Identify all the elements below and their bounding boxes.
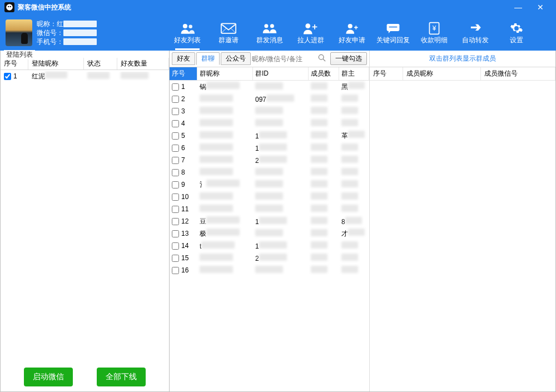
redacted — [63, 29, 97, 36]
col-seq[interactable]: 序号 — [1, 58, 28, 70]
col-members[interactable]: 成员数 — [309, 67, 339, 80]
row-checkbox[interactable] — [172, 181, 179, 188]
friend-request-icon — [334, 21, 370, 36]
svg-point-8 — [305, 23, 310, 28]
row-checkbox[interactable] — [172, 267, 179, 274]
col-owner[interactable]: 群主 — [339, 67, 369, 80]
row-checkbox[interactable] — [172, 218, 179, 225]
group-row[interactable]: 72 — [170, 154, 369, 166]
row-checkbox[interactable] — [172, 83, 179, 91]
nav-group-invite[interactable]: 群邀请 — [211, 19, 246, 46]
group-list-panel: 好友 群聊 公众号 一键勾选 序号 群昵称 群ID 成员数 群主 1锅黑2097… — [170, 51, 370, 391]
redacted — [259, 254, 287, 261]
col-member-wx[interactable]: 成员微信号 — [481, 67, 555, 80]
redacted — [200, 143, 233, 151]
redacted — [311, 217, 327, 224]
nav-add-to-group[interactable]: 拉人进群 — [293, 19, 329, 46]
group-row[interactable]: 11 — [170, 203, 369, 215]
search-input[interactable] — [252, 55, 315, 63]
group-row[interactable]: 9氵 — [170, 178, 369, 191]
check-all-button[interactable]: 一键勾选 — [330, 52, 367, 65]
group-row[interactable]: 2097 — [170, 93, 369, 105]
search-icon[interactable] — [318, 54, 326, 63]
minimize-button[interactable]: — — [507, 3, 529, 12]
broadcast-icon — [252, 21, 287, 36]
redacted — [206, 180, 240, 187]
group-row[interactable]: 1锅黑 — [170, 81, 369, 93]
col-group-name[interactable]: 群昵称 — [197, 67, 253, 80]
row-checkbox[interactable] — [4, 73, 11, 80]
row-seq: 1 — [181, 83, 185, 91]
row-checkbox[interactable] — [172, 132, 179, 140]
group-row[interactable]: 12豆18 — [170, 215, 369, 227]
redacted — [341, 156, 358, 163]
tab-groups[interactable]: 群聊 — [196, 52, 220, 65]
nav-payment-details[interactable]: ¥ 收款明细 — [416, 19, 452, 46]
nickname-label: 昵称： — [37, 19, 57, 28]
group-topbar: 好友 群聊 公众号 一键勾选 — [170, 51, 369, 67]
row-checkbox[interactable] — [172, 193, 179, 201]
group-row[interactable]: 8 — [170, 166, 369, 178]
nav-label: 好友申请 — [334, 36, 370, 45]
redacted — [311, 82, 327, 90]
nav-label: 关键词回复 — [375, 36, 411, 45]
content-panel: 好友 群聊 公众号 一键勾选 序号 群昵称 群ID 成员数 群主 1锅黑2097… — [170, 51, 556, 392]
phone-label: 手机号： — [37, 37, 63, 46]
row-checkbox[interactable] — [172, 169, 179, 176]
row-checkbox[interactable] — [172, 206, 179, 213]
group-row[interactable]: 61 — [170, 142, 369, 154]
row-checkbox[interactable] — [172, 120, 179, 127]
redacted — [341, 180, 358, 187]
svg-rect-11 — [389, 27, 398, 28]
group-row[interactable]: 51革 — [170, 130, 369, 142]
group-row[interactable]: 13极才 — [170, 227, 369, 240]
row-checkbox[interactable] — [172, 108, 179, 115]
row-seq: 14 — [181, 242, 188, 250]
tab-official[interactable]: 公众号 — [221, 52, 251, 65]
nav-friends-list[interactable]: 好友列表 — [170, 19, 205, 46]
nav-friend-request[interactable]: 好友申请 — [334, 19, 370, 46]
row-checkbox[interactable] — [172, 242, 179, 250]
row-checkbox[interactable] — [172, 145, 179, 152]
redacted — [348, 82, 365, 89]
row-checkbox[interactable] — [172, 230, 179, 237]
redacted — [200, 254, 233, 261]
col-seq[interactable]: 序号 — [170, 67, 197, 80]
nav-settings[interactable]: 设置 — [499, 19, 534, 46]
login-row[interactable]: 1 红泥 — [1, 70, 169, 82]
group-row[interactable]: 16 — [170, 264, 369, 276]
row-checkbox[interactable] — [172, 157, 179, 164]
nav-keyword-reply[interactable]: 关键词回复 — [375, 19, 411, 46]
group-row[interactable]: 4 — [170, 117, 369, 130]
group-table-header: 序号 群昵称 群ID 成员数 群主 — [170, 67, 369, 81]
col-friends[interactable]: 好友数量 — [117, 58, 169, 70]
nav-auto-forward[interactable]: 自动转发 — [458, 19, 493, 46]
group-row[interactable]: 10 — [170, 191, 369, 203]
start-wechat-button[interactable]: 启动微信 — [24, 368, 73, 386]
col-group-id[interactable]: 群ID — [253, 67, 309, 80]
redacted — [200, 192, 233, 200]
redacted — [255, 205, 283, 212]
wechat-label: 微信号： — [37, 28, 63, 37]
group-row[interactable]: 14t1 — [170, 240, 369, 252]
group-row[interactable]: 152 — [170, 252, 369, 264]
col-nick[interactable]: 登陆昵称 — [28, 58, 84, 70]
tab-friends[interactable]: 好友 — [172, 52, 195, 65]
redacted — [311, 192, 327, 200]
row-seq: 8 — [181, 168, 185, 176]
redacted — [311, 254, 327, 261]
row-checkbox[interactable] — [172, 255, 179, 262]
group-row[interactable]: 3 — [170, 105, 369, 117]
offline-all-button[interactable]: 全部下线 — [97, 368, 146, 386]
col-status[interactable]: 状态 — [84, 58, 117, 70]
nav-label: 群邀请 — [211, 36, 246, 45]
nav-mass-message[interactable]: 群发消息 — [252, 19, 287, 46]
login-list-label: 登陆列表 — [4, 50, 35, 59]
row-checkbox[interactable] — [172, 96, 179, 103]
redacted — [341, 241, 358, 249]
redacted — [255, 192, 283, 200]
close-button[interactable]: ✕ — [529, 3, 552, 12]
col-member-nick[interactable]: 成员昵称 — [403, 67, 481, 80]
redacted — [206, 82, 240, 89]
col-seq[interactable]: 序号 — [370, 67, 403, 80]
